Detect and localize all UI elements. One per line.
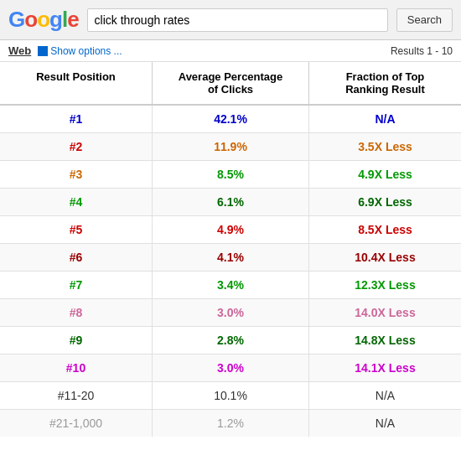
average-percentage: 10.1% — [153, 382, 309, 410]
fraction-top: 6.9X Less — [309, 189, 462, 216]
results-table: Result Position Average Percentageof Cli… — [0, 62, 461, 437]
table-row: #83.0%14.0X Less — [0, 299, 461, 327]
result-position: #3 — [0, 161, 153, 189]
average-percentage: 4.1% — [153, 244, 309, 272]
result-position: #21-1,000 — [0, 410, 153, 437]
result-position: #8 — [0, 299, 153, 327]
table-row: #46.1%6.9X Less — [0, 189, 461, 216]
result-position: #11-20 — [0, 382, 153, 410]
average-percentage: 3.4% — [153, 272, 309, 299]
result-position: #7 — [0, 272, 153, 299]
average-percentage: 4.9% — [153, 216, 309, 244]
result-position: #6 — [0, 244, 153, 272]
show-options-link[interactable]: Show options ... — [38, 45, 122, 57]
table-row: #64.1%10.4X Less — [0, 244, 461, 272]
options-icon — [38, 46, 48, 56]
average-percentage: 2.8% — [153, 327, 309, 354]
results-count: Results 1 - 10 — [391, 45, 453, 57]
col-header-position: Result Position — [0, 62, 153, 105]
average-percentage: 6.1% — [153, 189, 309, 216]
search-button[interactable]: Search — [396, 8, 453, 32]
col-header-percentage: Average Percentageof Clicks — [153, 62, 309, 105]
web-tab[interactable]: Web — [8, 44, 31, 57]
nav-left: Web Show options ... — [8, 44, 122, 57]
nav-bar: Web Show options ... Results 1 - 10 — [0, 40, 461, 62]
fraction-top: 4.9X Less — [309, 161, 462, 189]
fraction-top: 14.0X Less — [309, 299, 462, 327]
table-row: #103.0%14.1X Less — [0, 354, 461, 382]
result-position: #4 — [0, 189, 153, 216]
fraction-top: N/A — [309, 382, 462, 410]
fraction-top: 12.3X Less — [309, 272, 462, 299]
result-position: #10 — [0, 354, 153, 382]
fraction-top: N/A — [309, 410, 462, 437]
fraction-top: 14.1X Less — [309, 354, 462, 382]
result-position: #5 — [0, 216, 153, 244]
table-row: #92.8%14.8X Less — [0, 327, 461, 354]
fraction-top: N/A — [309, 105, 462, 133]
search-input[interactable] — [87, 8, 388, 32]
fraction-top: 8.5X Less — [309, 216, 462, 244]
average-percentage: 1.2% — [153, 410, 309, 437]
table-row: #211.9%3.5X Less — [0, 133, 461, 161]
result-position: #9 — [0, 327, 153, 354]
table-row: #73.4%12.3X Less — [0, 272, 461, 299]
col-header-fraction: Fraction of TopRanking Result — [309, 62, 462, 105]
google-logo: Google — [8, 7, 79, 33]
average-percentage: 11.9% — [153, 133, 309, 161]
fraction-top: 14.8X Less — [309, 327, 462, 354]
result-position: #1 — [0, 105, 153, 133]
show-options-label: Show options ... — [50, 45, 122, 57]
search-bar: Google Search — [0, 0, 461, 40]
table-row: #54.9%8.5X Less — [0, 216, 461, 244]
average-percentage: 3.0% — [153, 299, 309, 327]
table-header-row: Result Position Average Percentageof Cli… — [0, 62, 461, 105]
fraction-top: 3.5X Less — [309, 133, 462, 161]
average-percentage: 3.0% — [153, 354, 309, 382]
fraction-top: 10.4X Less — [309, 244, 462, 272]
table-row: #11-2010.1%N/A — [0, 382, 461, 410]
table-row: #142.1%N/A — [0, 105, 461, 133]
result-position: #2 — [0, 133, 153, 161]
table-row: #21-1,0001.2%N/A — [0, 410, 461, 437]
average-percentage: 8.5% — [153, 161, 309, 189]
average-percentage: 42.1% — [153, 105, 309, 133]
table-row: #38.5%4.9X Less — [0, 161, 461, 189]
